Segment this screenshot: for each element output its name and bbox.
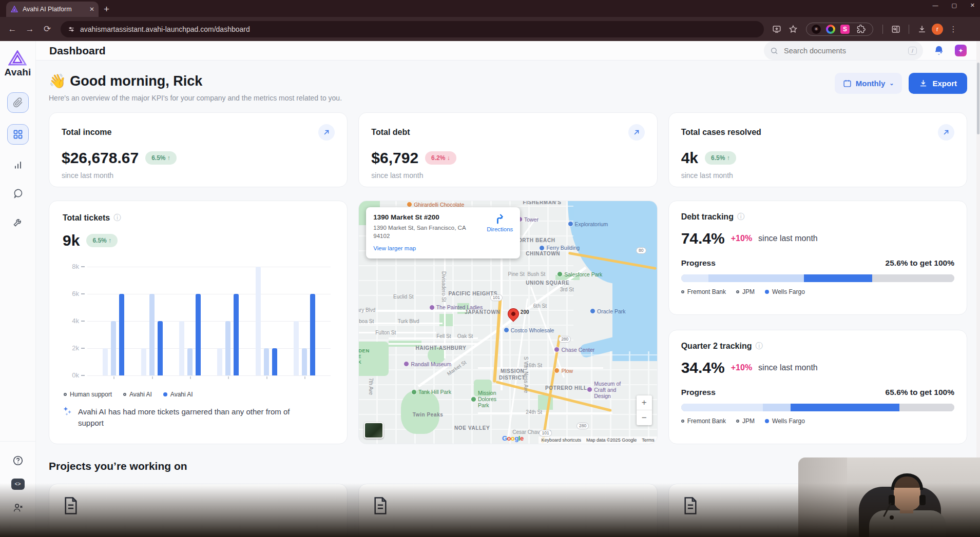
forward-icon[interactable]: →	[23, 24, 37, 34]
browser-menu-icon[interactable]: ⋮	[946, 25, 960, 34]
info-icon[interactable]: ⓘ	[113, 213, 121, 223]
map-label-poi: Museum of Craft and Design	[587, 381, 627, 399]
kpi-caption: since last month	[371, 171, 644, 180]
progress-segment	[763, 404, 790, 411]
sidebar-item-chat[interactable]	[7, 185, 29, 202]
tracking-value: 74.4%	[681, 230, 725, 247]
chart-bar[interactable]	[225, 321, 230, 375]
ai-assistant-badge-icon[interactable]: ✦	[955, 45, 967, 56]
window-minimize-icon[interactable]: —	[932, 2, 938, 9]
chart-bar[interactable]	[310, 294, 315, 375]
period-select-button[interactable]: Monthly ⌄	[835, 73, 902, 94]
project-card[interactable]	[358, 484, 657, 537]
chart-bar[interactable]	[187, 348, 193, 375]
progress-segment	[804, 274, 872, 282]
camera-extension-icon[interactable]	[826, 25, 835, 34]
project-card[interactable]	[49, 484, 348, 537]
info-icon[interactable]: ⓘ	[737, 212, 744, 222]
tickets-legend: Human supportAvahi AIAvahi AI	[64, 391, 334, 398]
chart-bar[interactable]	[196, 294, 201, 375]
notifications-bell-icon[interactable]	[933, 45, 945, 56]
site-info-icon[interactable]	[68, 26, 75, 33]
legend-item: Avahi AI	[123, 391, 152, 398]
kpi-row: Total income $26,678.67 6.5% ↑ since las…	[49, 102, 967, 187]
chart-bar[interactable]	[234, 294, 239, 375]
tracking-delta: +10%	[731, 234, 752, 243]
back-icon[interactable]: ←	[5, 24, 20, 34]
chart-bar[interactable]	[119, 294, 124, 375]
map-label-poi: Tower	[517, 216, 539, 223]
map-label-area: NORTH BEACH	[514, 237, 555, 243]
map-imagery-thumbnail[interactable]	[364, 422, 383, 439]
code-badge-icon[interactable]: <>	[11, 479, 25, 490]
map-label-dark: 200	[521, 309, 529, 315]
open-kpi-icon[interactable]	[318, 124, 335, 141]
search-input[interactable]	[783, 46, 904, 55]
tab-bar: Avahi AI Platform ✕ + — ▢ ✕	[0, 0, 980, 17]
tracking-legend: Fremont BankJPMWells Fargo	[681, 417, 954, 425]
window-close-icon[interactable]: ✕	[970, 2, 975, 9]
new-tab-button[interactable]: +	[104, 4, 109, 15]
bookmark-star-icon[interactable]	[789, 25, 798, 34]
map-label-street: 3rd St	[560, 287, 574, 292]
kpi-value: $6,792	[371, 149, 418, 167]
zoom-out-button[interactable]: −	[637, 410, 652, 425]
chart-bar[interactable]	[158, 321, 163, 375]
zoom-in-button[interactable]: +	[637, 395, 652, 410]
url-bar[interactable]: avahismartassistant.avahi-launchpad.com/…	[61, 21, 764, 37]
terms-link[interactable]: Terms	[639, 436, 657, 444]
chart-bar[interactable]	[272, 348, 277, 375]
tab-close-icon[interactable]: ✕	[89, 6, 94, 13]
map-label-street: Bush St	[527, 271, 545, 277]
keyboard-shortcuts-link[interactable]: Keyboard shortcuts	[539, 436, 584, 444]
export-button[interactable]: Export	[909, 73, 967, 94]
chart-bar[interactable]	[302, 348, 307, 375]
y-axis-tick: 0k	[64, 371, 79, 379]
chart-bar[interactable]	[149, 294, 155, 375]
progress-segment	[681, 404, 763, 411]
progress-bar	[681, 404, 954, 411]
view-larger-map-link[interactable]: View larger map	[373, 245, 416, 251]
search-shortcut-badge: /	[908, 47, 917, 55]
install-app-icon[interactable]	[772, 25, 781, 34]
kpi-caption: since last month	[681, 171, 954, 180]
info-icon[interactable]: ⓘ	[755, 342, 762, 351]
chart-bar[interactable]	[294, 321, 299, 375]
map-label-area: UNION SQUARE	[526, 280, 569, 286]
open-kpi-icon[interactable]	[938, 124, 954, 141]
open-kpi-icon[interactable]	[628, 124, 645, 141]
browser-tab[interactable]: Avahi AI Platform ✕	[6, 2, 99, 17]
help-icon[interactable]	[12, 455, 24, 466]
directions-button[interactable]: Directions	[487, 213, 513, 232]
progress-segment	[708, 274, 804, 282]
chart-bar[interactable]	[217, 348, 222, 375]
side-panel-icon[interactable]	[891, 25, 900, 34]
kpi-badge: 6.2% ↓	[425, 151, 456, 165]
tracking-title: Quarter 2 tracking	[681, 342, 752, 351]
search-bar[interactable]: /	[764, 41, 923, 60]
user-remove-icon[interactable]	[12, 502, 24, 513]
sidebar-item-analytics[interactable]	[7, 156, 29, 173]
profile-avatar[interactable]: r	[932, 24, 943, 35]
url-text: avahismartassistant.avahi-launchpad.com/…	[80, 25, 250, 33]
reload-icon[interactable]: ⟳	[40, 24, 54, 34]
window-maximize-icon[interactable]: ▢	[951, 2, 956, 9]
chart-bar[interactable]	[256, 267, 261, 375]
chart-bar[interactable]	[264, 348, 269, 375]
chart-bar[interactable]	[141, 348, 146, 375]
sidebar-item-tools[interactable]	[7, 213, 29, 231]
sidebar-item-dashboard[interactable]	[7, 124, 29, 145]
extensions-puzzle-icon[interactable]	[857, 25, 866, 33]
calendar-icon	[843, 79, 852, 88]
legend-item: JPM	[736, 417, 755, 425]
chart-bar[interactable]	[179, 321, 184, 375]
sidebar-item-documents[interactable]	[7, 92, 29, 113]
loom-extension-icon[interactable]: ✳	[812, 25, 821, 34]
s-extension-icon[interactable]: S	[840, 25, 850, 34]
scrollbar-thumb[interactable]	[977, 63, 979, 134]
chart-bar[interactable]	[111, 321, 116, 375]
downloads-icon[interactable]	[917, 25, 927, 34]
map-label-vstreet: Divisadero St	[441, 271, 447, 302]
chart-bar[interactable]	[103, 348, 108, 375]
map-card[interactable]: 1390 Market St #200 1390 Market St, San …	[358, 201, 657, 444]
